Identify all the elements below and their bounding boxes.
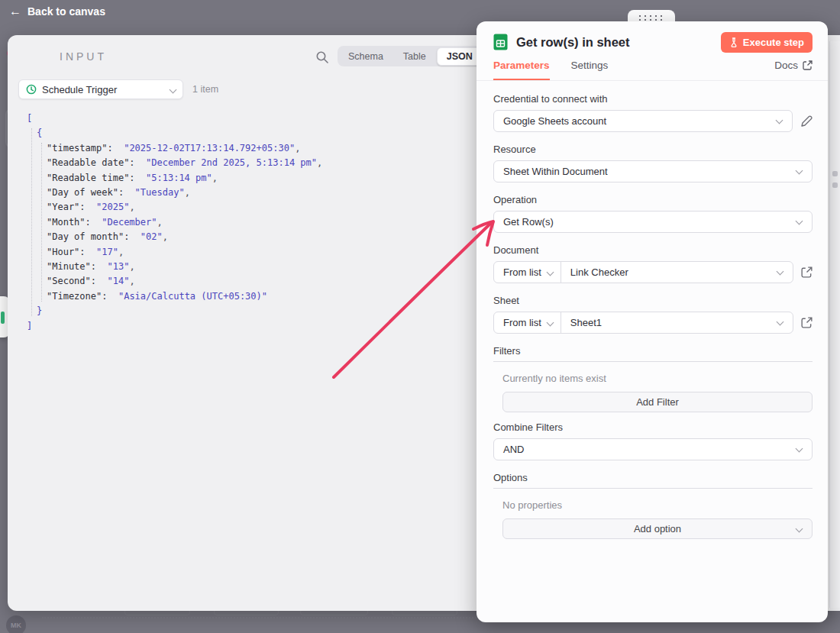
json-entry: "Readable time": "5:13:14 pm", (27, 171, 454, 186)
json-entry: "Day of week": "Tuesday", (27, 186, 454, 200)
input-source-value: Schedule Trigger (42, 84, 165, 95)
operation-select[interactable]: Get Row(s) (493, 211, 813, 233)
sheet-label: Sheet (493, 295, 813, 306)
document-mode-value: From list (503, 266, 541, 278)
docs-link[interactable]: Docs (774, 60, 813, 71)
add-option-button[interactable]: Add option (502, 518, 813, 539)
sheet-mode-value: From list (503, 317, 541, 328)
indent-guide (31, 128, 32, 316)
json-line: { (27, 126, 454, 140)
edit-pencil-icon[interactable] (800, 115, 813, 128)
json-entry: "Year": "2025", (27, 200, 454, 215)
document-value: Link Checker (561, 266, 793, 278)
json-entry: "Minute": "13", (27, 260, 454, 274)
clock-icon (26, 84, 37, 95)
chevron-down-icon (796, 218, 803, 225)
open-external-icon[interactable] (801, 317, 813, 328)
resource-value: Sheet Within Document (503, 166, 608, 177)
output-glyph (832, 182, 838, 188)
user-avatar[interactable]: MK (6, 615, 26, 633)
combine-filters-value: AND (503, 444, 524, 455)
resource-select[interactable]: Sheet Within Document (493, 160, 813, 182)
options-empty-text: No properties (502, 499, 813, 511)
json-entry: "Day of month": "02", (27, 230, 454, 244)
section-divider (493, 361, 813, 362)
json-entry: "Timezone": "Asia/Calcutta (UTC+05:30)" (27, 289, 454, 304)
chevron-down-icon (546, 319, 554, 327)
top-bar: ← Back to canvas (0, 0, 840, 23)
credential-value: Google Sheets account (503, 115, 606, 127)
chevron-down-icon (796, 525, 803, 533)
view-tab-schema[interactable]: Schema (339, 48, 393, 65)
credential-label: Credential to connect with (493, 93, 813, 105)
node-accent (1, 312, 5, 324)
json-line: [ (27, 111, 454, 126)
combine-filters-select[interactable]: AND (493, 438, 813, 460)
tab-parameters[interactable]: Parameters (493, 60, 550, 80)
external-link-icon (803, 60, 813, 70)
flask-icon (729, 37, 738, 47)
display-mode-tabs: SchemaTableJSON (338, 46, 484, 66)
operation-label: Operation (493, 194, 813, 205)
chevron-down-icon (170, 86, 177, 93)
back-arrow-icon: ← (9, 5, 21, 18)
chevron-down-icon (796, 167, 803, 175)
execute-step-button[interactable]: Execute step (721, 32, 813, 53)
json-entry: "Readable date": "December 2nd 2025, 5:1… (27, 156, 454, 170)
node-header: Get row(s) in sheet Execute step (477, 21, 828, 55)
tab-settings[interactable]: Settings (571, 60, 609, 79)
json-entry: "timestamp": "2025-12-02T17:13:14.792+05… (27, 141, 454, 156)
operation-value: Get Row(s) (503, 216, 554, 228)
credential-select[interactable]: Google Sheets account (493, 110, 793, 132)
json-viewer: [{"timestamp": "2025-12-02T17:13:14.792+… (27, 111, 454, 334)
json-entry: "Second": "14", (27, 274, 454, 289)
node-tabs: ParametersSettings Docs (477, 60, 828, 81)
document-mode-select[interactable]: From list (494, 262, 561, 283)
node-settings-panel: Get row(s) in sheet Execute step Paramet… (477, 21, 828, 622)
json-line: } (27, 304, 454, 318)
filters-empty-text: Currently no items exist (502, 373, 813, 384)
json-line: ] (27, 319, 454, 334)
add-option-label: Add option (634, 523, 681, 534)
json-entry: "Hour": "17", (27, 245, 454, 260)
sheet-value: Sheet1 (561, 317, 793, 328)
options-label: Options (493, 472, 813, 483)
back-to-canvas-button[interactable]: ← Back to canvas (9, 5, 105, 18)
items-count: 1 item (192, 84, 218, 95)
chevron-down-icon (796, 445, 803, 453)
combine-filters-label: Combine Filters (493, 421, 813, 433)
node-title: Get row(s) in sheet (516, 35, 721, 50)
output-panel-edge (829, 41, 840, 608)
parameters-body: Credential to connect with Google Sheets… (477, 81, 828, 539)
sheet-mode-select[interactable]: From list (494, 312, 561, 333)
open-external-icon[interactable] (801, 266, 813, 278)
sheet-resource-locator[interactable]: From list Sheet1 (493, 312, 793, 334)
view-tab-json[interactable]: JSON (437, 47, 483, 66)
document-label: Document (493, 244, 813, 256)
back-label: Back to canvas (27, 5, 105, 18)
input-source-select[interactable]: Schedule Trigger (18, 79, 183, 99)
execute-step-label: Execute step (743, 37, 804, 48)
view-tab-table[interactable]: Table (394, 48, 435, 65)
add-filter-label: Add Filter (636, 396, 679, 408)
json-entry: "Month": "December", (27, 215, 454, 230)
filters-label: Filters (493, 345, 813, 357)
docs-label: Docs (774, 60, 798, 71)
chevron-down-icon (546, 269, 554, 276)
output-glyph (832, 171, 838, 176)
search-icon[interactable] (315, 50, 329, 64)
add-filter-button[interactable]: Add Filter (502, 392, 813, 412)
resource-label: Resource (493, 144, 813, 155)
input-panel-title: INPUT (60, 50, 107, 63)
chevron-down-icon (776, 117, 783, 124)
indent-guide (41, 143, 42, 302)
section-divider (493, 488, 813, 489)
google-sheets-icon (493, 34, 508, 50)
document-resource-locator[interactable]: From list Link Checker (493, 261, 793, 283)
